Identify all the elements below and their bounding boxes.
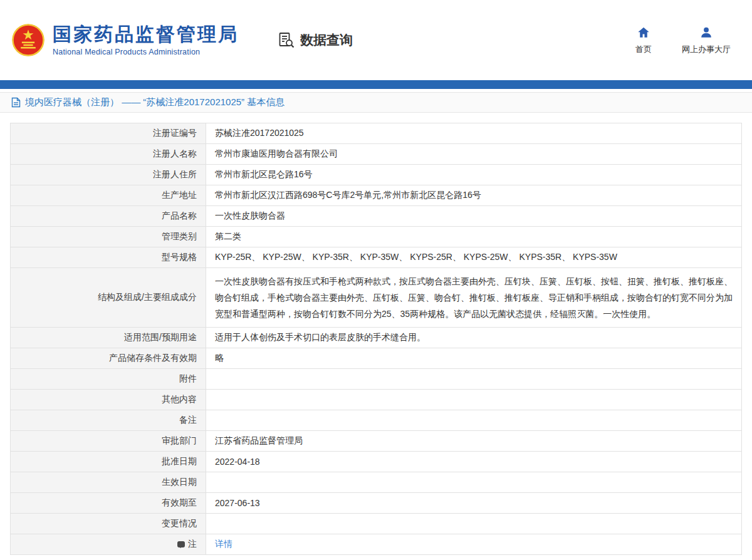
table-row: 备注 xyxy=(11,410,742,431)
field-value: 2027-06-13 xyxy=(206,493,742,514)
table-row: 变更情况 xyxy=(11,514,742,534)
site-header: 国家药品监督管理局 National Medical Products Admi… xyxy=(0,0,752,80)
field-label: 其他内容 xyxy=(11,390,206,410)
field-value: 适用于人体创伤及手术切口的表层皮肤的手术缝合用。 xyxy=(206,328,742,348)
field-value xyxy=(206,410,742,431)
registration-detail: 注册证编号苏械注准20172021025注册人名称常州市康迪医用吻合器有限公司注… xyxy=(0,113,752,560)
table-row: 注册证编号苏械注准20172021025 xyxy=(11,123,742,144)
table-row: 附件 xyxy=(11,369,742,390)
table-row: 注册人住所常州市新北区昆仑路16号 xyxy=(11,165,742,185)
registration-table: 注册证编号苏械注准20172021025注册人名称常州市康迪医用吻合器有限公司注… xyxy=(10,123,742,555)
field-label: 批准日期 xyxy=(11,452,206,472)
field-value xyxy=(206,472,742,493)
field-label: 产品储存条件及有效期 xyxy=(11,348,206,369)
table-row: 其他内容 xyxy=(11,390,742,410)
field-value: 常州市康迪医用吻合器有限公司 xyxy=(206,144,742,165)
field-label: 注 xyxy=(11,534,206,555)
field-value xyxy=(206,390,742,410)
field-value: KYP-25R、 KYP-25W、 KYP-35R、 KYP-35W、 KYPS… xyxy=(206,247,742,268)
field-value: 常州市新北区昆仑路16号 xyxy=(206,165,742,185)
field-label: 注册人名称 xyxy=(11,144,206,165)
field-value: 详情 xyxy=(206,534,742,555)
field-value: 苏械注准20172021025 xyxy=(206,123,742,144)
section-title-bar: 境内医疗器械（注册） —— “苏械注准20172021025” 基本信息 xyxy=(0,92,752,113)
field-label: 变更情况 xyxy=(11,514,206,534)
national-emblem-icon xyxy=(11,23,45,57)
field-label: 备注 xyxy=(11,410,206,431)
field-value: 一次性皮肤吻合器有按压式和手枪式两种款式，按压式吻合器主要由外壳、压钉块、压簧、… xyxy=(206,268,742,328)
site-title-block: 国家药品监督管理局 National Medical Products Admi… xyxy=(53,24,239,57)
table-row: 生效日期 xyxy=(11,472,742,493)
document-icon xyxy=(11,97,21,108)
section-title: 境内医疗器械（注册） —— “苏械注准20172021025” 基本信息 xyxy=(25,96,285,108)
field-label: 产品名称 xyxy=(11,206,206,227)
data-query-label: 数据查询 xyxy=(300,31,353,49)
field-value xyxy=(206,514,742,534)
nav-home[interactable]: 首页 xyxy=(635,26,652,55)
nav-service-hall-label: 网上办事大厅 xyxy=(682,44,731,55)
table-row: 生产地址常州市新北区汉江西路698号C号库2号单元,常州市新北区昆仑路16号 xyxy=(11,185,742,206)
nav-service-hall[interactable]: 网上办事大厅 xyxy=(682,26,731,55)
field-label: 结构及组成/主要组成成分 xyxy=(11,268,206,328)
site-title: 国家药品监督管理局 xyxy=(53,24,239,46)
field-value: 常州市新北区汉江西路698号C号库2号单元,常州市新北区昆仑路16号 xyxy=(206,185,742,206)
field-label: 生效日期 xyxy=(11,472,206,493)
field-label: 管理类别 xyxy=(11,227,206,247)
field-value: 一次性皮肤吻合器 xyxy=(206,206,742,227)
registration-table-body: 注册证编号苏械注准20172021025注册人名称常州市康迪医用吻合器有限公司注… xyxy=(11,123,742,555)
table-row: 注详情 xyxy=(11,534,742,555)
header-divider-bar xyxy=(0,80,752,89)
table-row: 注册人名称常州市康迪医用吻合器有限公司 xyxy=(11,144,742,165)
field-label: 适用范围/预期用途 xyxy=(11,328,206,348)
table-row: 审批部门江苏省药品监督管理局 xyxy=(11,431,742,452)
site-subtitle: National Medical Products Administration xyxy=(53,48,239,56)
table-row: 产品名称一次性皮肤吻合器 xyxy=(11,206,742,227)
field-label: 注册人住所 xyxy=(11,165,206,185)
field-label: 有效期至 xyxy=(11,493,206,514)
nav-home-label: 首页 xyxy=(635,44,652,55)
table-row: 批准日期2022-04-18 xyxy=(11,452,742,472)
detail-link[interactable]: 详情 xyxy=(215,539,232,549)
field-value xyxy=(206,369,742,390)
field-value: 略 xyxy=(206,348,742,369)
home-icon xyxy=(637,26,650,39)
table-row: 型号规格KYP-25R、 KYP-25W、 KYP-35R、 KYP-35W、 … xyxy=(11,247,742,268)
field-label: 生产地址 xyxy=(11,185,206,206)
note-icon xyxy=(177,541,185,547)
field-label: 型号规格 xyxy=(11,247,206,268)
field-label: 审批部门 xyxy=(11,431,206,452)
data-query-link[interactable]: 数据查询 xyxy=(278,31,353,49)
field-value: 江苏省药品监督管理局 xyxy=(206,431,742,452)
site-logo: 国家药品监督管理局 National Medical Products Admi… xyxy=(11,23,239,57)
table-row: 适用范围/预期用途适用于人体创伤及手术切口的表层皮肤的手术缝合用。 xyxy=(11,328,742,348)
field-label: 附件 xyxy=(11,369,206,390)
table-row: 结构及组成/主要组成成分一次性皮肤吻合器有按压式和手枪式两种款式，按压式吻合器主… xyxy=(11,268,742,328)
table-row: 产品储存条件及有效期略 xyxy=(11,348,742,369)
field-value: 2022-04-18 xyxy=(206,452,742,472)
document-search-icon xyxy=(278,31,295,49)
user-icon xyxy=(699,26,713,39)
field-value: 第二类 xyxy=(206,227,742,247)
table-row: 有效期至2027-06-13 xyxy=(11,493,742,514)
table-row: 管理类别第二类 xyxy=(11,227,742,247)
field-label: 注册证编号 xyxy=(11,123,206,144)
